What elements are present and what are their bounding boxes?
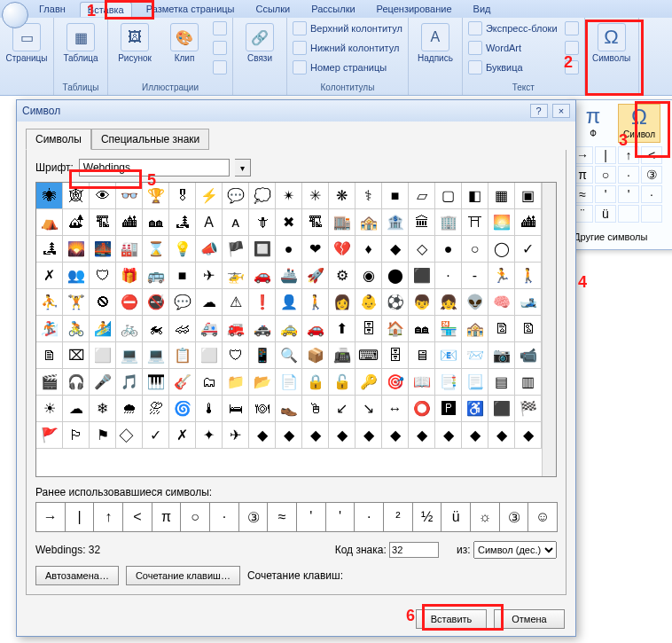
- symbol-cell[interactable]: 👩: [329, 289, 356, 316]
- symbol-cell[interactable]: 📹: [515, 342, 542, 369]
- symbol-cell[interactable]: 🕷: [36, 183, 63, 209]
- smartart-button[interactable]: [211, 39, 229, 57]
- symbol-cell[interactable]: 🚗: [302, 316, 329, 342]
- ribbon-tab-mail[interactable]: Рассылки: [304, 2, 362, 16]
- symbol-cell[interactable]: ◆: [462, 422, 488, 449]
- symbol-cell[interactable]: ▦: [488, 183, 515, 209]
- symbol-cell[interactable]: 📋: [169, 342, 196, 369]
- recent-symbol-cell[interactable]: ○: [180, 502, 210, 532]
- symbol-cell[interactable]: 🚶: [515, 263, 542, 289]
- symbol-cell[interactable]: ✴: [276, 183, 302, 209]
- symbol-cell[interactable]: ●: [276, 236, 302, 263]
- recent-symbol-cell[interactable]: ü: [441, 502, 471, 532]
- symbol-cell[interactable]: ·: [435, 263, 462, 289]
- symbol-cell[interactable]: 🏃: [488, 263, 515, 289]
- symbol-cell[interactable]: 🏘: [143, 209, 169, 236]
- recent-symbol-cell[interactable]: ½: [412, 502, 442, 532]
- symbol-cell[interactable]: ▢: [435, 183, 462, 209]
- symbol-cell[interactable]: 👥: [63, 263, 90, 289]
- ribbon-tab-insert[interactable]: Вставка: [80, 2, 132, 17]
- symbol-cell[interactable]: ↙: [329, 396, 356, 422]
- symbol-cell[interactable]: ⬜: [90, 342, 116, 369]
- symbol-cell[interactable]: ◆: [488, 422, 515, 449]
- object-button[interactable]: [563, 59, 581, 76]
- symbol-cell[interactable]: ☀: [36, 396, 63, 422]
- symbol-cell[interactable]: ❄: [90, 396, 116, 422]
- table-button[interactable]: ▦ Таблица: [58, 20, 104, 80]
- symbol-cell[interactable]: 🎖: [169, 183, 196, 209]
- recent-symbol-cell[interactable]: ③: [238, 502, 269, 532]
- symbol-cell[interactable]: ⚠: [223, 289, 249, 316]
- symbol-cell[interactable]: 📦: [302, 342, 329, 369]
- symbol-cell[interactable]: ▥: [515, 369, 542, 396]
- symbol-cell[interactable]: 📣: [196, 236, 223, 263]
- dialog-titlebar[interactable]: Символ ? ×: [17, 100, 575, 122]
- symbol-cell[interactable]: -: [462, 263, 488, 289]
- symbol-cell[interactable]: 🌅: [488, 209, 515, 236]
- recent-symbol-cell[interactable]: ': [325, 502, 356, 532]
- symbol-cell[interactable]: 🚩: [36, 422, 63, 449]
- symbol-cell[interactable]: ⬤: [382, 263, 409, 289]
- symbol-cell[interactable]: 🏘: [409, 316, 435, 342]
- symbol-cell[interactable]: 🌡: [196, 396, 223, 422]
- symbol-cell[interactable]: ■: [169, 263, 196, 289]
- symbol-cell[interactable]: 🛇: [90, 289, 116, 316]
- symbol-cell[interactable]: ✗: [36, 263, 63, 289]
- recent-symbol-cell[interactable]: ☼: [470, 502, 500, 532]
- symbol-cell[interactable]: ⬛: [409, 263, 435, 289]
- links-button[interactable]: 🔗 Связи: [237, 20, 283, 80]
- symbol-cell[interactable]: ♿: [462, 396, 488, 422]
- quickparts-button[interactable]: Экспресс-блоки: [466, 20, 559, 37]
- cancel-button[interactable]: Отмена: [494, 609, 565, 629]
- symbol-cell[interactable]: ◆: [382, 236, 409, 263]
- symbol-cell[interactable]: 🏞: [169, 209, 196, 236]
- recent-symbol-cell[interactable]: ☺: [527, 502, 558, 532]
- symbol-cell[interactable]: 🏙: [515, 209, 542, 236]
- symbol-cell[interactable]: 🎯: [382, 369, 409, 396]
- symbol-button[interactable]: ΩСимвол: [618, 104, 660, 143]
- symbol-cell[interactable]: ⛈: [143, 396, 169, 422]
- symbol-cell[interactable]: 🚕: [276, 316, 302, 342]
- symbol-cell[interactable]: 🗎: [36, 342, 63, 369]
- symbol-cell[interactable]: 🏤: [462, 316, 488, 342]
- symbol-cell[interactable]: 🎵: [116, 369, 143, 396]
- symbol-cell[interactable]: 🖱: [302, 396, 329, 422]
- symbol-cell[interactable]: ◆: [382, 422, 409, 449]
- pages-button[interactable]: ▭ Страницы: [4, 20, 50, 80]
- mini-symbol-cell[interactable]: <: [641, 146, 662, 164]
- symbol-cell[interactable]: ⛺: [36, 209, 63, 236]
- symbol-cell[interactable]: ⚽: [382, 289, 409, 316]
- symbol-cell[interactable]: ✗: [169, 422, 196, 449]
- recent-symbol-cell[interactable]: <: [122, 502, 152, 532]
- picture-button[interactable]: 🖼 Рисунок: [112, 20, 158, 80]
- symbol-cell[interactable]: 🎸: [169, 369, 196, 396]
- symbol-cell[interactable]: ✈: [196, 263, 223, 289]
- symbol-cell[interactable]: ↘: [356, 396, 382, 422]
- symbol-cell[interactable]: 🎁: [116, 263, 143, 289]
- symbol-cell[interactable]: 🌄: [63, 236, 90, 263]
- symbol-cell[interactable]: ◆: [435, 422, 462, 449]
- tab-special[interactable]: Специальные знаки: [91, 129, 209, 150]
- symbol-cell[interactable]: 🌧: [116, 396, 143, 422]
- symbol-cell[interactable]: ◉: [356, 263, 382, 289]
- symbol-cell[interactable]: 🔑: [356, 369, 382, 396]
- symbol-cell[interactable]: 🏋: [63, 289, 90, 316]
- symbol-cell[interactable]: ■: [382, 183, 409, 209]
- symbol-cell[interactable]: 🏦: [382, 209, 409, 236]
- mini-symbol-cell[interactable]: |: [595, 146, 616, 164]
- ribbon-tab-review[interactable]: Рецензирование: [370, 2, 459, 16]
- mini-symbol-cell[interactable]: ·: [618, 166, 639, 184]
- symbol-cell[interactable]: 💔: [329, 236, 356, 263]
- symbol-cell[interactable]: ⭕: [409, 396, 435, 422]
- symbol-cell[interactable]: ▱: [409, 183, 435, 209]
- symbol-cell[interactable]: 👶: [356, 289, 382, 316]
- symbol-cell[interactable]: ↔: [382, 396, 409, 422]
- symbol-cell[interactable]: 👞: [276, 396, 302, 422]
- symbol-cell[interactable]: 💭: [249, 183, 276, 209]
- symbol-cell[interactable]: 👓: [116, 183, 143, 209]
- symbol-cell[interactable]: ◆: [515, 422, 542, 449]
- mini-symbol-cell[interactable]: ': [618, 185, 639, 203]
- shapes-button[interactable]: [211, 20, 229, 37]
- symbol-cell[interactable]: 🔒: [302, 369, 329, 396]
- symbol-cell[interactable]: 🏍: [143, 316, 169, 342]
